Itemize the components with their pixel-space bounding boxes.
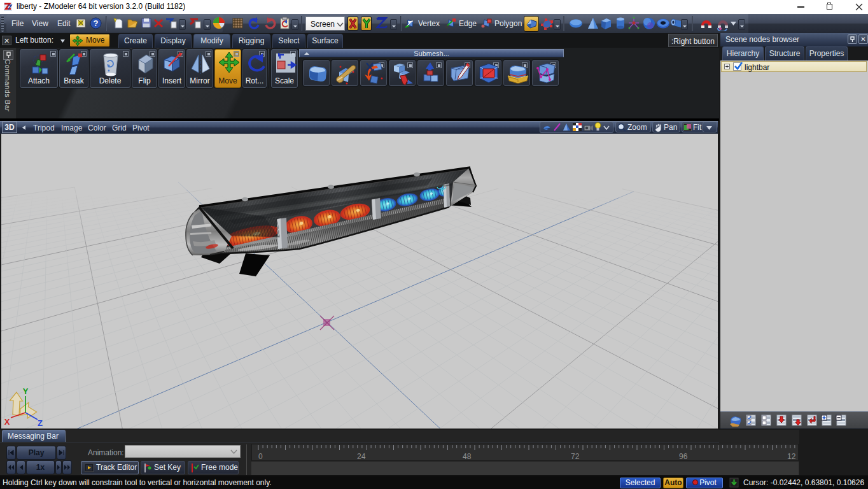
svg-text:?: ? bbox=[94, 18, 99, 28]
svg-text:Z: Z bbox=[38, 418, 43, 428]
svg-text:X: X bbox=[4, 417, 10, 427]
svg-text:Y: Y bbox=[23, 386, 29, 396]
